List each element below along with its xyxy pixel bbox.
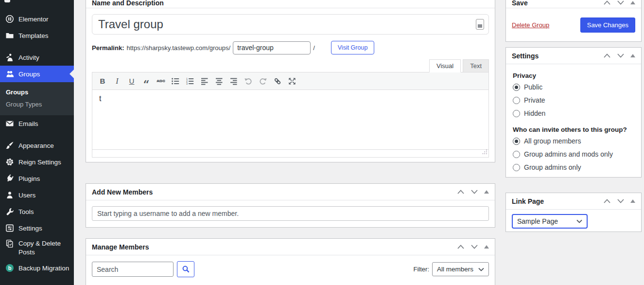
cut-off-menu-icon: [4, 0, 10, 2]
tab-text[interactable]: Text: [463, 59, 489, 72]
collapse-toggle-icon[interactable]: [630, 199, 635, 203]
search-icon: [182, 265, 190, 273]
align-left-icon[interactable]: [197, 74, 212, 88]
group-name-input[interactable]: [92, 14, 489, 35]
backup-icon: b: [5, 264, 15, 272]
editor-tabs: Visual Text: [92, 59, 489, 72]
sidebar-item-activity[interactable]: Activity: [0, 49, 74, 66]
name-description-panel: Name and Description Permalink: https://…: [86, 0, 495, 162]
delete-group-link[interactable]: Delete Group: [512, 21, 549, 29]
move-up-icon[interactable]: [603, 198, 611, 204]
bullet-list-icon[interactable]: [168, 74, 183, 88]
password-manager-extension-icon[interactable]: [476, 19, 484, 30]
privacy-option-private[interactable]: Private: [513, 96, 634, 104]
member-filter-select[interactable]: All members: [432, 262, 489, 276]
move-down-icon[interactable]: [617, 0, 625, 5]
sidebar-item-emails[interactable]: Emails: [0, 115, 74, 132]
add-members-header[interactable]: Add New Members: [86, 184, 495, 200]
radio-icon[interactable]: [513, 97, 520, 104]
italic-icon[interactable]: I: [110, 74, 124, 88]
move-down-icon[interactable]: [470, 189, 478, 195]
email-icon: [5, 119, 15, 128]
invite-option-all-members[interactable]: All group members: [513, 137, 634, 145]
submenu-item-group-types[interactable]: Group Types: [0, 98, 74, 110]
move-up-icon[interactable]: [603, 53, 611, 58]
collapse-toggle-icon[interactable]: [484, 245, 489, 249]
sidebar-item-reign-settings[interactable]: Reign Settings: [0, 154, 74, 170]
sidebar-item-users[interactable]: Users: [0, 187, 74, 203]
radio-checked-icon[interactable]: [513, 84, 520, 91]
link-page-select[interactable]: Sample Page: [512, 214, 588, 229]
copy-pages-icon: [5, 239, 15, 248]
svg-text:b: b: [8, 265, 12, 271]
panel-title: Name and Description: [92, 0, 164, 7]
move-down-icon[interactable]: [617, 53, 625, 58]
panel-title: Manage Members: [92, 243, 149, 251]
redo-icon[interactable]: [256, 74, 270, 88]
move-down-icon[interactable]: [617, 198, 625, 204]
gear-icon: [5, 158, 15, 166]
link-icon[interactable]: [270, 74, 285, 88]
move-up-icon[interactable]: [457, 244, 465, 249]
wp-admin-groups-edit-page: Elementor Templates Activity Groups: [0, 0, 644, 285]
settings-header[interactable]: Settings: [506, 48, 641, 64]
radio-icon[interactable]: [513, 110, 520, 117]
name-description-header[interactable]: Name and Description: [86, 0, 495, 8]
add-member-input[interactable]: [92, 206, 489, 221]
move-up-icon[interactable]: [603, 0, 611, 5]
filter-label: Filter:: [414, 266, 430, 273]
visit-group-button[interactable]: Visit Group: [331, 41, 375, 54]
sidebar-item-templates[interactable]: Templates: [0, 27, 74, 44]
sidebar-item-settings[interactable]: Settings: [0, 220, 74, 236]
move-up-icon[interactable]: [457, 189, 465, 195]
bold-icon[interactable]: B: [95, 74, 110, 88]
invite-option-admins-mods[interactable]: Group admins and mods only: [513, 150, 634, 158]
plugin-icon: [5, 174, 15, 183]
privacy-option-hidden[interactable]: Hidden: [513, 109, 634, 117]
main-content-column: Name and Description Permalink: https://…: [86, 0, 495, 285]
sidebar-item-copy-delete-posts[interactable]: Copy & Delete Posts: [0, 236, 74, 260]
sidebar-item-tools[interactable]: Tools: [0, 203, 74, 220]
side-panels-column: Save Delete Group Save Changes Settings: [505, 0, 642, 285]
chevron-down-icon: [478, 267, 484, 271]
strikethrough-icon[interactable]: ABC: [154, 74, 168, 88]
privacy-heading: Privacy: [513, 72, 634, 79]
sidebar-item-elementor[interactable]: Elementor: [0, 11, 74, 27]
manage-members-header[interactable]: Manage Members: [86, 239, 495, 255]
filter-selected-value: All members: [437, 266, 473, 273]
collapse-toggle-icon[interactable]: [484, 190, 489, 194]
search-button[interactable]: [177, 261, 194, 277]
sidebar-item-plugins[interactable]: Plugins: [0, 170, 74, 187]
invite-option-admins-only[interactable]: Group admins only: [513, 163, 634, 171]
manage-members-panel: Manage Members Filter: All members: [86, 238, 495, 285]
sidebar-item-appearance[interactable]: Appearance: [0, 137, 74, 154]
sidebar-item-groups[interactable]: Groups: [0, 66, 74, 82]
collapse-toggle-icon[interactable]: [630, 1, 635, 4]
privacy-option-public[interactable]: Public: [513, 83, 634, 91]
invite-heading: Who can invite others to this group?: [513, 126, 634, 133]
blockquote-icon[interactable]: “: [139, 74, 154, 88]
save-header[interactable]: Save: [506, 0, 641, 8]
editor-content-area[interactable]: t: [92, 90, 488, 149]
tab-visual[interactable]: Visual: [429, 59, 461, 72]
member-search-input[interactable]: [92, 262, 174, 277]
underline-icon[interactable]: U: [124, 74, 139, 88]
undo-icon[interactable]: [241, 74, 256, 88]
elementor-icon: [5, 15, 15, 23]
sidebar-item-backup-migration[interactable]: b Backup Migration: [0, 260, 74, 276]
groups-icon: [5, 70, 15, 78]
slug-input[interactable]: [233, 41, 311, 54]
move-down-icon[interactable]: [470, 244, 478, 249]
collapse-toggle-icon[interactable]: [630, 54, 635, 57]
radio-icon[interactable]: [513, 164, 520, 171]
submenu-item-groups[interactable]: Groups: [0, 86, 74, 98]
fullscreen-icon[interactable]: [285, 74, 299, 88]
save-changes-button[interactable]: Save Changes: [580, 18, 635, 33]
align-center-icon[interactable]: [212, 74, 226, 88]
align-right-icon[interactable]: [226, 74, 241, 88]
resize-grip-icon[interactable]: [482, 148, 487, 157]
numbered-list-icon[interactable]: 123: [183, 74, 197, 88]
radio-icon[interactable]: [513, 151, 520, 158]
link-page-header[interactable]: Link Page: [506, 193, 641, 210]
radio-checked-icon[interactable]: [513, 138, 520, 145]
